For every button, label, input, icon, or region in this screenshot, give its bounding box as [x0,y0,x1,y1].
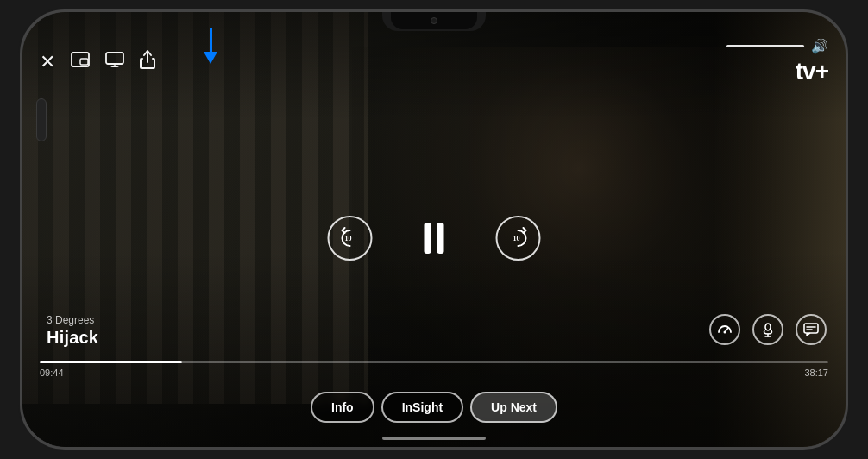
show-subtitle: 3 Degrees [47,314,98,326]
power-button[interactable] [846,124,848,173]
audio-icon [760,322,776,337]
progress-area[interactable]: 09:44 -38:17 [40,361,828,378]
current-time: 09:44 [40,368,64,378]
rewind-button[interactable]: 10 [328,216,373,261]
home-indicator [382,437,486,440]
subtitles-icon [803,322,819,337]
forward-icon: 10 [507,227,530,249]
volume-control[interactable]: 🔊 [726,38,828,54]
show-title: Hijack [47,328,98,348]
top-controls-bar: ✕ [22,31,846,92]
right-side-icons [709,314,827,345]
close-button[interactable]: ✕ [40,51,55,73]
bottom-tabs: Info InSight Up Next [311,392,557,423]
tv-plus-label: tv+ [796,58,828,85]
svg-text:10: 10 [345,235,352,242]
speed-icon [717,322,733,337]
svg-point-8 [724,331,726,334]
center-playback-controls: 10 10 [328,216,541,261]
apple-tv-logo: tv+ [794,58,828,85]
svg-marker-3 [110,65,119,67]
volume-bar [726,45,804,47]
svg-rect-2 [106,53,123,64]
speed-button[interactable] [709,314,740,345]
tab-up-next[interactable]: Up Next [470,392,557,423]
arrow-line [210,28,212,52]
left-camera-bump [36,98,47,141]
forward-button[interactable]: 10 [496,216,541,261]
svg-rect-12 [804,324,818,333]
tab-info[interactable]: Info [311,392,374,423]
share-button[interactable] [140,50,155,73]
remaining-time: -38:17 [802,368,828,378]
airplay-button[interactable] [105,52,124,72]
top-right-controls: 🔊 tv+ [726,38,828,85]
pause-button[interactable] [425,223,444,254]
pip-icon [71,52,90,67]
rewind-icon: 10 [339,227,362,249]
subtitles-button[interactable] [796,314,827,345]
title-area: 3 Degrees Hijack [47,314,98,348]
share-icon [140,50,155,69]
phone-frame: ✕ [20,9,848,450]
airplay-icon [105,52,124,67]
blue-arrow-indicator [204,28,217,64]
time-row: 09:44 -38:17 [40,368,828,378]
pip-button[interactable] [71,52,90,72]
pause-bar-right [437,223,444,254]
svg-text:10: 10 [513,235,520,242]
audio-button[interactable] [752,314,783,345]
pause-bar-left [425,223,431,254]
camera-dot [431,17,437,24]
arrow-head [204,52,217,64]
top-left-controls: ✕ [40,50,155,73]
camera-notch [391,12,477,29]
svg-point-9 [765,324,771,330]
volume-icon: 🔊 [811,38,828,54]
progress-fill [40,361,182,363]
progress-track[interactable] [40,361,828,363]
tab-insight[interactable]: InSight [381,392,463,423]
svg-rect-1 [80,59,88,65]
